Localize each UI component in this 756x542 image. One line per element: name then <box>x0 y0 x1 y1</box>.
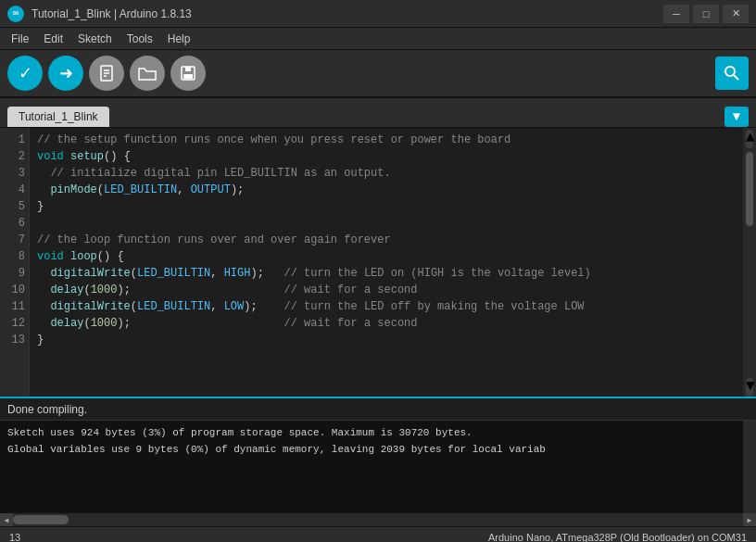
tab-bar: Tutorial_1_Blink ▼ <box>0 98 756 128</box>
close-button[interactable]: ✕ <box>723 5 749 23</box>
maximize-button[interactable]: □ <box>693 5 719 23</box>
code-line-3: // initialize digital pin LED_BUILTIN as… <box>37 165 736 182</box>
output-scrollbar[interactable] <box>743 421 756 513</box>
open-icon <box>137 64 158 82</box>
line-numbers: 1 2 3 4 5 6 7 8 9 10 11 12 13 <box>0 128 30 397</box>
menu-edit[interactable]: Edit <box>36 31 70 47</box>
window-title: Tutorial_1_Blink | Arduino 1.8.13 <box>32 7 656 20</box>
upload-button[interactable]: ➜ <box>48 56 83 91</box>
code-editor: 1 2 3 4 5 6 7 8 9 10 11 12 13 // the set… <box>0 128 756 397</box>
new-button[interactable] <box>89 56 124 91</box>
code-line-6 <box>37 215 736 232</box>
scrollbar-down-arrow[interactable]: ▼ <box>746 378 753 397</box>
menu-tools[interactable]: Tools <box>120 31 160 47</box>
output-line-1: Sketch uses 924 bytes (3%) of program st… <box>7 424 749 441</box>
title-bar: ∞ Tutorial_1_Blink | Arduino 1.8.13 ─ □ … <box>0 0 756 28</box>
app-icon: ∞ <box>7 6 24 22</box>
current-line: 13 <box>9 532 20 543</box>
code-line-11: digitalWrite(LED_BUILTIN, LOW); // turn … <box>37 298 736 315</box>
minimize-button[interactable]: ─ <box>663 5 689 23</box>
scrollbar-up-arrow[interactable]: ▲ <box>746 130 753 148</box>
search-icon <box>723 64 741 82</box>
code-line-1: // the setup function runs once when you… <box>37 132 736 148</box>
svg-rect-6 <box>183 74 193 79</box>
search-button[interactable] <box>715 57 749 90</box>
code-line-7: // the loop function runs over and over … <box>37 232 736 248</box>
horizontal-scrollbar[interactable]: ◀ ▶ <box>0 513 756 526</box>
h-scroll-thumb[interactable] <box>13 515 69 524</box>
code-line-13: } <box>37 332 736 348</box>
done-compiling-label: Done compiling. <box>7 403 87 416</box>
file-tab[interactable]: Tutorial_1_Blink <box>7 107 109 127</box>
board-info: Arduino Nano, ATmega328P (Old Bootloader… <box>488 532 747 543</box>
code-line-2: void setup() { <box>37 148 736 165</box>
svg-point-7 <box>725 67 735 76</box>
output-line-2: Global variables use 9 bytes (0%) of dyn… <box>7 441 749 458</box>
save-icon <box>179 64 197 82</box>
menu-bar: File Edit Sketch Tools Help <box>0 28 756 50</box>
code-line-10: delay(1000); // wait for a second <box>37 282 736 298</box>
menu-help[interactable]: Help <box>160 31 198 47</box>
tab-arrow[interactable]: ▼ <box>724 107 749 127</box>
output-body: Sketch uses 924 bytes (3%) of program st… <box>0 421 756 513</box>
verify-button[interactable]: ✓ <box>7 56 43 91</box>
status-bar: 13 Arduino Nano, ATmega328P (Old Bootloa… <box>0 526 756 542</box>
menu-sketch[interactable]: Sketch <box>70 31 120 47</box>
h-scroll-right[interactable]: ▶ <box>743 513 756 526</box>
save-button[interactable] <box>170 56 206 91</box>
code-line-9: digitalWrite(LED_BUILTIN, HIGH); // turn… <box>37 265 736 282</box>
scrollbar-thumb[interactable] <box>746 152 753 226</box>
toolbar: ✓ ➜ <box>0 50 756 98</box>
editor-scrollbar[interactable]: ▲ ▼ <box>743 128 756 397</box>
code-line-4: pinMode(LED_BUILTIN, OUTPUT); <box>37 182 736 198</box>
svg-line-8 <box>734 75 738 80</box>
svg-rect-5 <box>185 67 191 71</box>
code-content[interactable]: // the setup function runs once when you… <box>30 128 743 397</box>
window-controls: ─ □ ✕ <box>663 5 749 23</box>
menu-file[interactable]: File <box>4 31 36 47</box>
code-line-12: delay(1000); // wait for a second <box>37 315 736 332</box>
new-icon <box>97 64 116 82</box>
code-line-5: } <box>37 198 736 215</box>
h-scroll-track[interactable] <box>13 513 743 526</box>
code-line-8: void loop() { <box>37 248 736 265</box>
h-scroll-left[interactable]: ◀ <box>0 513 13 526</box>
open-button[interactable] <box>130 56 165 91</box>
output-container: Done compiling. Sketch uses 924 bytes (3… <box>0 397 756 513</box>
output-header: Done compiling. <box>0 397 756 421</box>
